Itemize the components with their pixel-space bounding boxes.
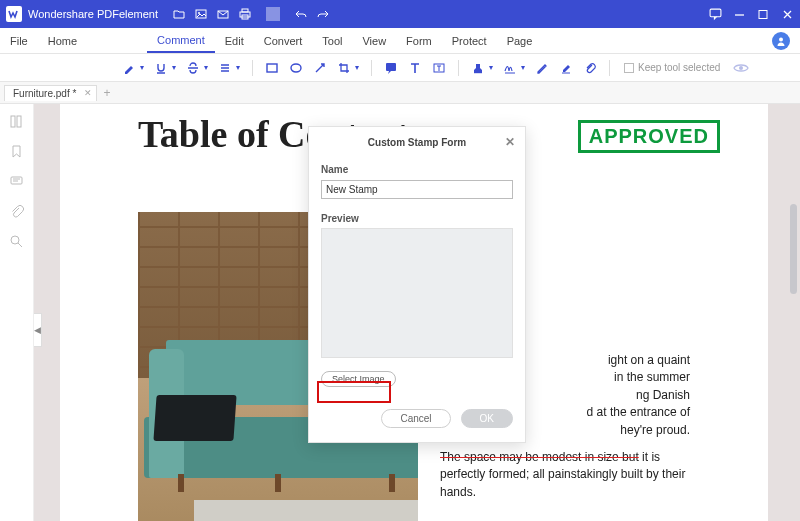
open-file-icon[interactable] [172, 7, 186, 21]
document-tab[interactable]: Furniture.pdf * ✕ [4, 85, 97, 101]
name-field-label: Name [321, 164, 513, 175]
arrow-shape-icon[interactable] [311, 59, 329, 77]
cancel-button[interactable]: Cancel [381, 409, 450, 428]
signature-tool-icon[interactable] [501, 59, 519, 77]
comment-toolbar: ▾ ▾ ▾ ▾ ▾ ▾ ▾ Keep tool selected [0, 54, 800, 82]
svg-point-8 [779, 37, 783, 41]
stamp-preview-area [321, 228, 513, 358]
eraser-tool-icon[interactable] [557, 59, 575, 77]
stamp-name-input[interactable] [321, 180, 513, 199]
bookmarks-icon[interactable] [9, 144, 25, 160]
text-tool-icon[interactable] [406, 59, 424, 77]
note-tool-icon[interactable] [382, 59, 400, 77]
document-tab-strip: Furniture.pdf * ✕ + [0, 82, 800, 104]
close-window-icon[interactable] [780, 7, 794, 21]
menu-file[interactable]: File [0, 28, 38, 53]
menu-edit[interactable]: Edit [215, 28, 254, 53]
ok-button[interactable]: OK [461, 409, 513, 428]
document-area: ◀ Table of Contents APPROVED ight on a q… [34, 104, 800, 521]
svg-rect-15 [11, 116, 15, 127]
underline-tool-icon[interactable] [152, 59, 170, 77]
pencil-tool-icon[interactable] [533, 59, 551, 77]
menu-bar: File Home Comment Edit Convert Tool View… [0, 28, 800, 54]
crop-shape-icon[interactable] [335, 59, 353, 77]
feedback-icon[interactable] [708, 7, 722, 21]
modal-backdrop: Custom Stamp Form ✕ Name Preview Select … [34, 104, 800, 521]
svg-rect-6 [710, 9, 721, 17]
oval-shape-icon[interactable] [287, 59, 305, 77]
svg-point-14 [739, 66, 743, 70]
rectangle-shape-icon[interactable] [263, 59, 281, 77]
stamp-tool-icon[interactable] [469, 59, 487, 77]
app-name: Wondershare PDFelement [28, 8, 158, 20]
menu-view[interactable]: View [352, 28, 396, 53]
text-box-tool-icon[interactable] [430, 59, 448, 77]
keep-tool-selected-toggle[interactable]: Keep tool selected [624, 62, 720, 73]
dialog-close-icon[interactable]: ✕ [505, 135, 515, 149]
paragraph-tool-icon[interactable] [216, 59, 234, 77]
svg-rect-11 [386, 63, 396, 71]
strikethrough-tool-icon[interactable] [184, 59, 202, 77]
workspace: ◀ Table of Contents APPROVED ight on a q… [0, 104, 800, 521]
search-panel-icon[interactable] [9, 234, 25, 250]
preview-label: Preview [321, 213, 513, 224]
svg-point-18 [11, 236, 19, 244]
dialog-title: Custom Stamp Form [368, 137, 466, 148]
menu-comment[interactable]: Comment [147, 28, 215, 53]
attachments-panel-icon[interactable] [9, 204, 25, 220]
user-avatar-icon[interactable] [772, 32, 790, 50]
title-bar: Wondershare PDFelement [0, 0, 800, 28]
maximize-icon[interactable] [756, 7, 770, 21]
menu-form[interactable]: Form [396, 28, 442, 53]
thumbnails-icon[interactable] [9, 114, 25, 130]
svg-point-10 [291, 64, 301, 72]
redo-icon[interactable] [316, 7, 330, 21]
minimize-icon[interactable] [732, 7, 746, 21]
svg-rect-7 [759, 10, 767, 18]
svg-rect-16 [17, 116, 21, 127]
highlight-tool-icon[interactable] [120, 59, 138, 77]
keep-tool-selected-label: Keep tool selected [638, 62, 720, 73]
email-icon[interactable] [216, 7, 230, 21]
highlight-annotation [317, 381, 391, 403]
image-icon[interactable] [194, 7, 208, 21]
menu-convert[interactable]: Convert [254, 28, 313, 53]
svg-rect-9 [267, 64, 277, 72]
undo-icon[interactable] [294, 7, 308, 21]
menu-page[interactable]: Page [497, 28, 543, 53]
print-icon[interactable] [238, 7, 252, 21]
checkbox-icon[interactable] [624, 63, 634, 73]
new-tab-icon[interactable]: + [103, 86, 110, 100]
document-tab-label: Furniture.pdf * [13, 88, 76, 99]
custom-stamp-dialog: Custom Stamp Form ✕ Name Preview Select … [308, 126, 526, 443]
comments-panel-icon[interactable] [9, 174, 25, 190]
left-sidebar [0, 104, 34, 521]
menu-protect[interactable]: Protect [442, 28, 497, 53]
menu-home[interactable]: Home [38, 28, 87, 53]
hide-toolbar-icon[interactable] [732, 59, 750, 77]
attachment-tool-icon[interactable] [581, 59, 599, 77]
app-logo-icon [6, 6, 22, 22]
close-tab-icon[interactable]: ✕ [84, 88, 92, 98]
quick-access-toolbar [172, 7, 330, 21]
svg-rect-13 [474, 72, 482, 73]
menu-tool[interactable]: Tool [312, 28, 352, 53]
